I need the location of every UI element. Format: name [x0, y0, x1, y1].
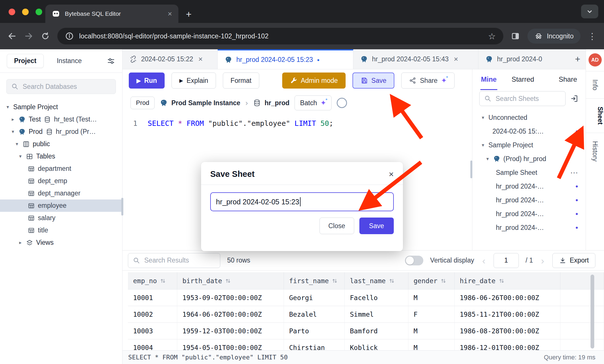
cell[interactable]: Bezalel: [284, 306, 345, 323]
sheet-search-field[interactable]: [495, 95, 561, 103]
batch-button[interactable]: Batch ✦: [295, 95, 332, 110]
environment-badge[interactable]: Prod: [130, 97, 155, 109]
sheet-item[interactable]: hr_prod 2024-… ●: [472, 207, 586, 221]
sql-tab-2-active[interactable]: hr_prod 2024-02-05 15:23 ●: [218, 49, 353, 69]
export-button[interactable]: Export: [552, 253, 595, 268]
tab-instance[interactable]: Instance: [55, 57, 83, 65]
tree-item-table-dept-manager[interactable]: dept_manager: [0, 187, 122, 199]
back-icon[interactable]: [7, 32, 17, 41]
sheet-group-connection[interactable]: ▾ (Prod) hr_prod: [472, 152, 586, 166]
close-tab-icon[interactable]: ×: [198, 55, 203, 64]
sql-tab-4[interactable]: hr_prod 2024-0: [478, 49, 570, 69]
browser-tab[interactable]: Bytebase SQL Editor ×: [45, 5, 178, 23]
vertical-scrollbar[interactable]: [591, 275, 594, 349]
share-button[interactable]: Share ✦: [401, 73, 454, 89]
more-actions-icon[interactable]: ⋯: [570, 168, 579, 177]
column-header-birth-date[interactable]: birth_date: [177, 272, 284, 289]
cell[interactable]: F: [408, 306, 455, 323]
chevron-down-icon[interactable]: ▾: [480, 142, 486, 148]
close-icon[interactable]: ×: [389, 170, 394, 179]
avatar[interactable]: AD: [589, 53, 602, 66]
tab-share[interactable]: Share: [558, 69, 578, 90]
sheet-item[interactable]: 2024-02-05 15:… ●: [472, 124, 586, 138]
forward-icon[interactable]: [24, 32, 33, 41]
tree-item-tables[interactable]: ▾ Tables: [0, 150, 122, 163]
tree-item-schema-public[interactable]: ▾ public: [0, 138, 122, 150]
sort-icon[interactable]: [332, 278, 338, 284]
cell[interactable]: Simmel: [345, 306, 408, 323]
collapse-panel-icon[interactable]: [570, 94, 579, 103]
table-row[interactable]: 10003 1959-12-03T00:00:00Z Parto Bamford…: [128, 323, 604, 339]
modal-close-button[interactable]: Close: [319, 218, 354, 234]
close-tab-icon[interactable]: ×: [454, 55, 458, 64]
tree-item-sample-project[interactable]: ▾ Sample Project: [0, 101, 122, 113]
add-sql-tab-button[interactable]: +: [570, 49, 586, 69]
tab-info[interactable]: Info: [591, 71, 599, 98]
sheet-item[interactable]: hr_prod 2024-… ●: [472, 221, 586, 234]
cell[interactable]: Parto: [284, 323, 345, 339]
sheet-group-unconnected[interactable]: ▾ Unconnected: [472, 111, 586, 124]
cell[interactable]: M: [408, 323, 455, 339]
filter-icon[interactable]: [107, 57, 115, 65]
next-page-button[interactable]: ›: [540, 256, 545, 265]
cell[interactable]: 1985-11-21T00:00:00Z: [455, 306, 560, 323]
cell[interactable]: 1953-09-02T00:00:00Z: [177, 289, 284, 306]
prev-page-button[interactable]: ‹: [481, 256, 486, 265]
table-row[interactable]: 10002 1964-06-02T00:00:00Z Bezalel Simme…: [128, 306, 604, 323]
bookmark-icon[interactable]: ☆: [488, 31, 496, 41]
tree-item-table-dept-emp[interactable]: dept_emp: [0, 175, 122, 187]
tab-search-button[interactable]: [581, 5, 598, 18]
tree-item-instance-test[interactable]: ▸ Test hr_test (Test…: [0, 113, 122, 126]
close-window-button[interactable]: [9, 9, 15, 15]
vertical-display-toggle[interactable]: [405, 256, 423, 265]
cell[interactable]: 1964-06-02T00:00:00Z: [177, 306, 284, 323]
new-tab-button[interactable]: +: [186, 9, 192, 19]
connection-status-icon[interactable]: [337, 98, 347, 108]
chevron-down-icon[interactable]: ▾: [10, 129, 15, 135]
sidebar-resize-handle[interactable]: [121, 198, 123, 216]
sheet-item[interactable]: hr_prod 2024-… ●: [472, 193, 586, 207]
cell[interactable]: Bamford: [345, 323, 408, 339]
tab-starred[interactable]: Starred: [511, 69, 535, 90]
cell[interactable]: 10003: [128, 323, 177, 339]
results-search-field[interactable]: [144, 256, 215, 265]
browser-menu-icon[interactable]: ⋮: [588, 31, 597, 41]
modal-save-button[interactable]: Save: [359, 218, 394, 234]
database-search-field[interactable]: [22, 83, 111, 91]
results-search-input[interactable]: [128, 253, 220, 268]
save-button[interactable]: Save: [352, 73, 394, 89]
tree-item-table-department[interactable]: department: [0, 163, 122, 175]
database-search-input[interactable]: [6, 79, 116, 94]
side-panel-icon[interactable]: [511, 32, 520, 41]
table-row[interactable]: 10001 1953-09-02T00:00:00Z Georgi Facell…: [128, 289, 604, 306]
sql-tab-1[interactable]: 2024-02-05 15:22 ×: [122, 49, 218, 69]
explain-button[interactable]: ▶ Explain: [172, 73, 216, 89]
cell[interactable]: 1954-05-01T00:00:00Z: [177, 339, 284, 350]
chevron-down-icon[interactable]: ▾: [480, 115, 486, 121]
sort-icon[interactable]: [440, 278, 447, 284]
panel-resize-handle[interactable]: [470, 161, 472, 178]
run-button[interactable]: ▶ Run: [129, 73, 165, 89]
chevron-down-icon[interactable]: ▾: [14, 141, 20, 147]
column-header-gender[interactable]: gender: [408, 272, 455, 289]
table-row[interactable]: 10004 1954-05-01T00:00:00Z Chirstian Kob…: [128, 339, 604, 350]
reload-icon[interactable]: [41, 32, 50, 41]
column-header-emp-no[interactable]: emp_no: [128, 272, 177, 289]
code-line-1[interactable]: 1 SELECT * FROM "public"."employee" LIMI…: [122, 117, 472, 130]
close-tab-icon[interactable]: ×: [168, 10, 172, 17]
column-header-hire-date[interactable]: hire_date: [455, 272, 560, 289]
cell[interactable]: 10001: [128, 289, 177, 306]
cell[interactable]: 10004: [128, 339, 177, 350]
column-header-first-name[interactable]: first_name: [284, 272, 345, 289]
chevron-right-icon[interactable]: ▸: [10, 116, 15, 122]
format-button[interactable]: Format: [223, 73, 259, 89]
cell[interactable]: 1959-12-03T00:00:00Z: [177, 323, 284, 339]
chevron-down-icon[interactable]: ▾: [5, 104, 10, 110]
chevron-right-icon[interactable]: ▸: [18, 240, 23, 246]
sheet-search-input[interactable]: [479, 91, 566, 106]
cell[interactable]: M: [408, 339, 455, 350]
chevron-down-icon[interactable]: ▾: [18, 153, 23, 159]
sort-icon[interactable]: [160, 278, 166, 284]
breadcrumb-database[interactable]: hr_prod: [253, 99, 289, 107]
sort-icon[interactable]: [389, 278, 395, 284]
